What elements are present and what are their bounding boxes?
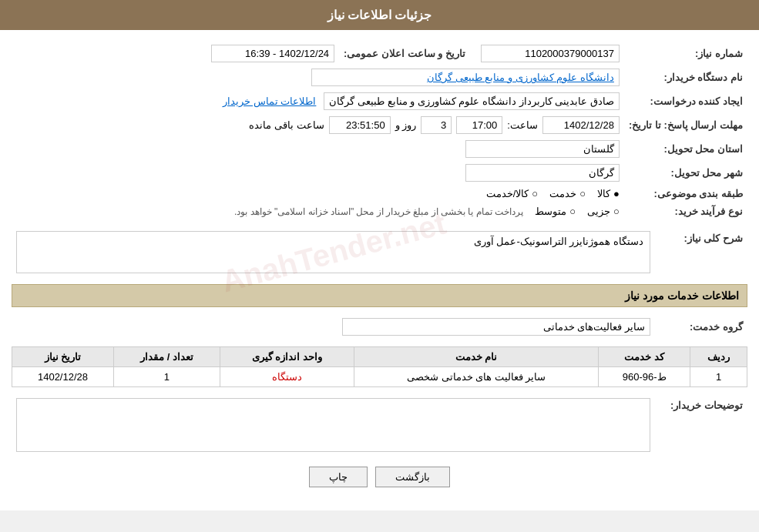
category-kala[interactable]: ● کالا — [597, 188, 620, 199]
deadline-label: مهلت ارسال پاسخ: تا تاریخ: — [624, 113, 747, 137]
col-service-code: کد خدمت — [599, 347, 690, 367]
print-button[interactable]: چاپ — [309, 467, 368, 487]
radio-kala-khedmat-icon: ○ — [532, 188, 538, 199]
requester-value: صادق عابدینی کاربرداز دانشگاه علوم کشاور… — [12, 89, 624, 113]
services-section-header: اطلاعات خدمات مورد نیاز — [12, 284, 747, 307]
page-title: جزئیات اطلاعات نیاز — [327, 8, 432, 22]
table-body: 1 ط-96-960 سایر فعالیت های خدماتی شخصی د… — [12, 367, 747, 387]
province-value: گلستان — [12, 137, 624, 161]
back-button[interactable]: بازگشت — [375, 467, 450, 487]
deadline-row: مهلت ارسال پاسخ: تا تاریخ: 1402/12/28 سا… — [12, 113, 747, 137]
need-description-table: شرح کلی نیاز: دستگاه هموژنایزر التراسونی… — [12, 228, 747, 276]
service-group-value: سایر فعالیت‌های خدماتی — [12, 315, 655, 339]
city-value: گرگان — [12, 161, 624, 185]
services-header-text: اطلاعات خدمات مورد نیاز — [625, 289, 739, 302]
radio-jozi-icon: ○ — [613, 206, 620, 217]
category-options: ● کالا ○ خدمت ○ کالا/خدمت — [12, 185, 624, 202]
service-group-row: گروه خدمت: سایر فعالیت‌های خدماتی — [12, 315, 747, 339]
need-info-table: شماره نیاز: 1102000379000137 تاریخ و ساع… — [12, 42, 747, 220]
need-description-text: دستگاه هموژنایزر التراسونیک-عمل آوری — [474, 236, 643, 247]
remaining-days-box: 3 — [421, 116, 452, 134]
announce-datetime-value: 1402/12/24 - 16:39 — [12, 42, 339, 65]
province-row: استان محل تحویل: گلستان — [12, 137, 747, 161]
radio-mottavsat-icon: ○ — [569, 206, 576, 217]
category-label: طبقه بندی موضوعی: — [624, 185, 747, 202]
cell-service-code: ط-96-960 — [599, 367, 690, 387]
purchase-jozi-label: جزیی — [587, 206, 610, 217]
purchase-mottavsat-label: متوسط — [535, 206, 566, 217]
category-row: طبقه بندی موضوعی: ● کالا ○ خدمت ○ — [12, 185, 747, 202]
response-date-box: 1402/12/28 — [542, 116, 620, 134]
content-area: شماره نیاز: 1102000379000137 تاریخ و ساع… — [0, 30, 759, 510]
col-quantity: تعداد / مقدار — [113, 347, 220, 367]
table-header-row: ردیف کد خدمت نام خدمت واحد اندازه گیری ت… — [12, 347, 747, 367]
buyer-notes-row: توضیحات خریدار: — [12, 395, 747, 455]
purchase-type-options: ○ جزیی ○ متوسط پرداخت تمام یا بخشی از مب… — [12, 202, 624, 220]
province-box: گلستان — [465, 140, 620, 158]
need-description-value: دستگاه هموژنایزر التراسونیک-عمل آوری Ana… — [12, 228, 655, 276]
buyer-notes-value — [12, 395, 655, 455]
cell-date: 1402/12/28 — [12, 367, 114, 387]
col-date: تاریخ نیاز — [12, 347, 114, 367]
buyer-name-box: دانشگاه علوم کشاورزی و منابع طبیعی گرگان — [311, 69, 620, 86]
announce-datetime-label: تاریخ و ساعت اعلان عمومی: — [339, 42, 470, 65]
deadline-values: 1402/12/28 ساعت: 17:00 3 روز و 23:51:50 … — [12, 113, 624, 137]
response-time-box: 17:00 — [456, 116, 502, 134]
service-group-box: سایر فعالیت‌های خدماتی — [342, 318, 650, 336]
cell-row-num: 1 — [690, 367, 747, 387]
col-service-name: نام خدمت — [354, 347, 598, 367]
city-label: شهر محل تحویل: — [624, 161, 747, 185]
remaining-time-label: ساعت باقی مانده — [249, 119, 324, 131]
buyer-name-value: دانشگاه علوم کشاورزی و منابع طبیعی گرگان — [12, 65, 624, 89]
buyer-notes-table: توضیحات خریدار: — [12, 395, 747, 455]
province-label: استان محل تحویل: — [624, 137, 747, 161]
purchase-type-row: نوع فرآیند خرید: ○ جزیی ○ متوسط پرداخت ت… — [12, 202, 747, 220]
city-row: شهر محل تحویل: گرگان — [12, 161, 747, 185]
remaining-days-label: روز و — [395, 119, 417, 131]
category-khedmat[interactable]: ○ خدمت — [549, 188, 586, 199]
category-kala-label: کالا — [597, 188, 610, 199]
button-row: بازگشت چاپ — [12, 467, 747, 487]
need-number-value: 1102000379000137 — [470, 42, 624, 65]
page-wrapper: جزئیات اطلاعات نیاز شماره نیاز: 11020003… — [0, 0, 759, 510]
col-unit: واحد اندازه گیری — [220, 347, 354, 367]
category-khedmat-label: خدمت — [549, 188, 576, 199]
need-number-box: 1102000379000137 — [481, 45, 620, 62]
purchase-type-jozi[interactable]: ○ جزیی — [587, 206, 620, 217]
remaining-time-box: 23:51:50 — [329, 116, 391, 134]
buyer-notes-label: توضیحات خریدار: — [655, 395, 747, 455]
cell-quantity: 1 — [113, 367, 220, 387]
contact-link[interactable]: اطلاعات تماس خریدار — [223, 95, 316, 107]
radio-khedmat-icon: ○ — [579, 188, 586, 199]
table-row: 1 ط-96-960 سایر فعالیت های خدماتی شخصی د… — [12, 367, 747, 387]
requester-row: ایجاد کننده درخواست: صادق عابدینی کاربرد… — [12, 89, 747, 113]
city-box: گرگان — [465, 164, 620, 182]
need-number-label: شماره نیاز: — [624, 42, 747, 65]
purchase-type-mottavsat[interactable]: ○ متوسط — [535, 206, 576, 217]
service-group-label: گروه خدمت: — [655, 315, 747, 339]
service-group-table: گروه خدمت: سایر فعالیت‌های خدماتی — [12, 315, 747, 339]
requester-box: صادق عابدینی کاربرداز دانشگاه علوم کشاور… — [324, 92, 620, 110]
need-description-row: شرح کلی نیاز: دستگاه هموژنایزر التراسونی… — [12, 228, 747, 276]
announce-datetime-box: 1402/12/24 - 16:39 — [211, 45, 334, 62]
col-row-num: ردیف — [690, 347, 747, 367]
purchase-type-label: نوع فرآیند خرید: — [624, 202, 747, 220]
cell-unit: دستگاه — [220, 367, 354, 387]
radio-kala-icon: ● — [613, 188, 620, 199]
buyer-name-row: نام دستگاه خریدار: دانشگاه علوم کشاورزی … — [12, 65, 747, 89]
requester-label: ایجاد کننده درخواست: — [624, 89, 747, 113]
cell-service-name: سایر فعالیت های خدماتی شخصی — [354, 367, 598, 387]
services-data-table: ردیف کد خدمت نام خدمت واحد اندازه گیری ت… — [12, 346, 747, 387]
time-label: ساعت: — [507, 119, 538, 131]
page-header: جزئیات اطلاعات نیاز — [0, 0, 759, 30]
need-description-label: شرح کلی نیاز: — [655, 228, 747, 276]
buyer-name-label: نام دستگاه خریدار: — [624, 65, 747, 89]
category-kala-khedmat-label: کالا/خدمت — [486, 188, 529, 199]
purchase-type-note: پرداخت تمام یا بخشی از مبلغ خریدار از مح… — [234, 206, 523, 217]
need-number-row: شماره نیاز: 1102000379000137 تاریخ و ساع… — [12, 42, 747, 65]
table-header: ردیف کد خدمت نام خدمت واحد اندازه گیری ت… — [12, 347, 747, 367]
category-kala-khedmat[interactable]: ○ کالا/خدمت — [486, 188, 538, 199]
